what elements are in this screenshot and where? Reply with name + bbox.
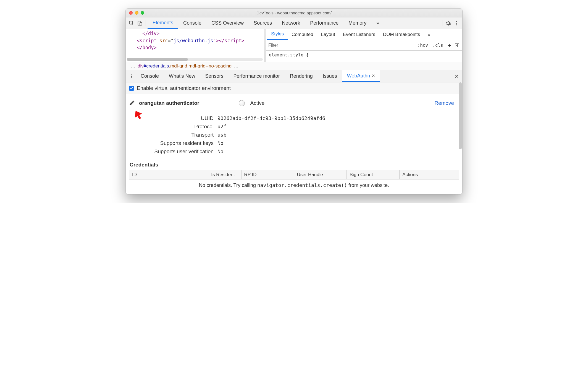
tab-sources[interactable]: Sources: [249, 17, 277, 29]
col-id: ID: [129, 170, 208, 179]
resident-keys-label: Supports resident keys: [129, 140, 217, 146]
enable-virtual-auth-row: Enable virtual authenticator environment: [126, 82, 462, 94]
drawer-tab-whatsnew[interactable]: What's New: [164, 70, 200, 82]
svg-point-9: [131, 76, 132, 77]
empty-code: navigator.credentials.create(): [257, 182, 347, 188]
transport-value: usb: [217, 132, 227, 138]
window-title: DevTools - webauthndemo.appspot.com/: [126, 11, 462, 15]
drawer-tab-label: WebAuthn: [347, 73, 370, 79]
tabs-overflow-button[interactable]: »: [371, 17, 384, 29]
drawer-more-icon[interactable]: [127, 72, 136, 80]
tab-console[interactable]: Console: [178, 17, 206, 29]
tab-memory[interactable]: Memory: [343, 17, 371, 29]
uuid-value: 90262adb-df2f-4c93-9bb1-35db6249afd6: [217, 115, 325, 121]
code-token: js/webauthn.js: [174, 38, 213, 43]
styles-tab-styles[interactable]: Styles: [267, 29, 288, 40]
svg-point-5: [456, 24, 457, 25]
svg-rect-2: [140, 22, 142, 25]
breadcrumb-id: #credentials: [144, 63, 169, 69]
main-tab-bar: Elements Console CSS Overview Sources Ne…: [126, 17, 462, 29]
hov-toggle[interactable]: :hov: [416, 43, 430, 48]
sidebar-toggle-icon[interactable]: [454, 41, 460, 49]
dom-breadcrumb[interactable]: … div#credentials.mdl-grid.mdl-grid--no-…: [126, 62, 462, 70]
styles-tab-layout[interactable]: Layout: [317, 29, 339, 40]
col-rp-id: RP ID: [241, 170, 294, 179]
styles-filter-input[interactable]: [268, 43, 415, 48]
active-radio[interactable]: [239, 100, 245, 106]
user-verification-label: Supports user verification: [129, 148, 217, 155]
more-menu-icon[interactable]: [452, 19, 461, 27]
resident-keys-value: No: [217, 140, 224, 146]
svg-point-8: [131, 74, 132, 75]
drawer-tab-bar: Console What's New Sensors Performance m…: [126, 70, 462, 82]
col-sign-count: Sign Count: [347, 170, 400, 179]
cls-toggle[interactable]: .cls: [431, 43, 445, 48]
annotation-arrow-icon: [132, 109, 144, 122]
authenticator-name: orangutan authenticator: [139, 100, 200, 106]
svg-point-3: [456, 21, 457, 22]
dom-tree-pane[interactable]: </div> <script src="js/webauthn.js"></sc…: [126, 29, 264, 62]
new-rule-button[interactable]: +: [446, 42, 453, 49]
credentials-heading: Credentials: [129, 156, 459, 170]
col-is-resident: Is Resident: [208, 170, 241, 179]
drawer-tab-console[interactable]: Console: [136, 70, 164, 82]
horizontal-scrollbar[interactable]: [127, 58, 263, 61]
drawer-tab-rendering[interactable]: Rendering: [285, 70, 318, 82]
code-token: "></scr: [213, 38, 233, 43]
breadcrumb-tag: div: [138, 63, 144, 69]
breadcrumb-class: .mdl-grid.mdl-grid--no-spacing: [169, 63, 232, 69]
inspect-element-icon[interactable]: [127, 19, 136, 27]
tab-css-overview[interactable]: CSS Overview: [206, 17, 249, 29]
code-token: </body>: [137, 45, 157, 50]
code-token: <script: [137, 38, 159, 43]
drawer-tab-sensors[interactable]: Sensors: [200, 70, 229, 82]
pane-resizer[interactable]: [264, 29, 266, 62]
svg-point-4: [456, 23, 457, 24]
col-actions: Actions: [400, 170, 459, 179]
drawer-tab-issues[interactable]: Issues: [318, 70, 342, 82]
breadcrumb-ellipsis[interactable]: …: [232, 63, 241, 69]
enable-label: Enable virtual authenticator environment: [137, 85, 231, 91]
code-token: </div>: [142, 31, 159, 36]
code-token: ipt>: [233, 38, 244, 43]
breadcrumb-ellipsis[interactable]: …: [128, 63, 138, 69]
active-label: Active: [250, 100, 265, 106]
drawer-tab-perf-monitor[interactable]: Performance monitor: [229, 70, 285, 82]
tab-elements[interactable]: Elements: [148, 17, 178, 29]
styles-rule[interactable]: element.style {: [266, 51, 462, 59]
separator: [442, 20, 442, 26]
tab-network[interactable]: Network: [277, 17, 305, 29]
styles-tab-dom-breakpoints[interactable]: DOM Breakpoints: [379, 29, 424, 40]
styles-tab-bar: Styles Computed Layout Event Listeners D…: [266, 29, 462, 40]
drawer-close-icon[interactable]: ✕: [452, 72, 461, 80]
device-toggle-icon[interactable]: [136, 19, 144, 27]
svg-rect-6: [455, 44, 459, 47]
tab-performance[interactable]: Performance: [305, 17, 343, 29]
close-icon[interactable]: ✕: [372, 73, 375, 78]
transport-label: Transport: [129, 132, 217, 138]
remove-link[interactable]: Remove: [434, 100, 454, 106]
code-token: src: [159, 38, 168, 43]
protocol-value: u2f: [217, 124, 227, 129]
svg-point-10: [131, 77, 132, 78]
edit-pencil-icon[interactable]: [129, 100, 136, 106]
styles-tab-computed[interactable]: Computed: [288, 29, 317, 40]
enable-checkbox[interactable]: [129, 86, 134, 91]
separator: [146, 20, 146, 26]
titlebar: DevTools - webauthndemo.appspot.com/: [126, 9, 462, 17]
empty-prefix: No credentials. Try calling: [199, 183, 257, 188]
credentials-table: ID Is Resident RP ID User Handle Sign Co…: [129, 170, 459, 191]
protocol-label: Protocol: [129, 124, 217, 130]
styles-tabs-overflow[interactable]: »: [424, 29, 434, 40]
vertical-scrollbar[interactable]: [459, 82, 462, 194]
user-verification-value: No: [217, 148, 224, 154]
drawer-tab-webauthn[interactable]: WebAuthn ✕: [342, 70, 380, 82]
empty-suffix: from your website.: [347, 183, 389, 188]
code-token: =": [168, 38, 174, 43]
col-user-handle: User Handle: [294, 170, 347, 179]
credentials-empty-row: No credentials. Try calling navigator.cr…: [129, 179, 459, 191]
settings-gear-icon[interactable]: [444, 19, 452, 27]
styles-tab-event-listeners[interactable]: Event Listeners: [339, 29, 379, 40]
